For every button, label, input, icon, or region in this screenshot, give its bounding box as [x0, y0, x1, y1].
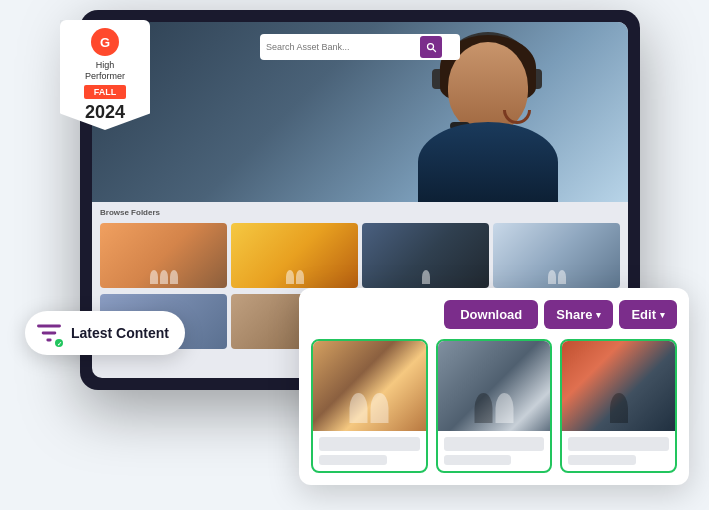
card-person — [350, 393, 368, 423]
card-people-1 — [350, 393, 389, 423]
folder-thumb-2[interactable] — [231, 223, 358, 288]
card-person — [371, 393, 389, 423]
card-image-1 — [313, 341, 426, 431]
thumb-people-1 — [150, 270, 178, 284]
card-text-placeholder-short — [444, 455, 512, 465]
person-face — [448, 42, 528, 132]
image-card-1[interactable] — [311, 339, 428, 473]
main-scene: Browse Folders — [0, 0, 709, 510]
search-input[interactable] — [266, 42, 416, 52]
card-people-2 — [475, 393, 514, 423]
mini-person — [422, 270, 430, 284]
share-chevron-icon: ▾ — [596, 310, 601, 320]
card-text-placeholder — [568, 437, 669, 451]
latest-content-label: Latest Content — [71, 325, 169, 341]
g2-badge: G High Performer FALL 2024 — [60, 20, 150, 130]
download-button[interactable]: Download — [444, 300, 538, 329]
mini-person — [558, 270, 566, 284]
g2-high-text: High — [96, 60, 115, 71]
hero-area — [92, 22, 628, 202]
card-person — [475, 393, 493, 423]
mini-person — [170, 270, 178, 284]
mini-person — [150, 270, 158, 284]
share-button[interactable]: Share ▾ — [544, 300, 613, 329]
edit-chevron-icon: ▾ — [660, 310, 665, 320]
action-buttons: Download Share ▾ Edit ▾ — [311, 300, 677, 329]
card-image-2 — [438, 341, 551, 431]
search-bar[interactable] — [260, 34, 460, 60]
card-person — [610, 393, 628, 423]
mini-person — [548, 270, 556, 284]
person-body — [418, 122, 558, 202]
card-text-placeholder — [444, 437, 545, 451]
card-text-placeholder-short — [319, 455, 387, 465]
g2-logo: G — [91, 28, 119, 56]
image-card-3[interactable] — [560, 339, 677, 473]
image-cards — [311, 339, 677, 473]
card-panel: Download Share ▾ Edit ▾ — [299, 288, 689, 485]
person-smile — [503, 110, 531, 124]
card-people-3 — [610, 393, 628, 423]
folder-thumbnails — [100, 223, 620, 288]
thumb-people-2 — [286, 270, 304, 284]
edit-label: Edit — [631, 307, 656, 322]
folder-thumb-1[interactable] — [100, 223, 227, 288]
folder-thumb-3[interactable] — [362, 223, 489, 288]
image-card-2[interactable] — [436, 339, 553, 473]
search-button[interactable] — [420, 36, 442, 58]
filter-icon-wrap — [35, 319, 63, 347]
browse-section: Browse Folders — [92, 202, 628, 294]
card-image-3 — [562, 341, 675, 431]
search-icon — [425, 41, 437, 53]
card-text-placeholder — [319, 437, 420, 451]
latest-content-chip[interactable]: Latest Content — [25, 311, 185, 355]
g2-year: 2024 — [85, 102, 125, 123]
check-badge — [53, 337, 65, 349]
thumb-people-3 — [422, 270, 430, 284]
mini-person — [160, 270, 168, 284]
card-person — [496, 393, 514, 423]
mini-person — [286, 270, 294, 284]
card-text-placeholder-short — [568, 455, 636, 465]
share-label: Share — [556, 307, 592, 322]
folder-thumb-4[interactable] — [493, 223, 620, 288]
thumb-people-4 — [548, 270, 566, 284]
mini-person — [296, 270, 304, 284]
g2-season-badge: FALL — [84, 85, 127, 99]
browse-title: Browse Folders — [100, 208, 620, 217]
edit-button[interactable]: Edit ▾ — [619, 300, 677, 329]
g2-performer-text: Performer — [85, 71, 125, 82]
